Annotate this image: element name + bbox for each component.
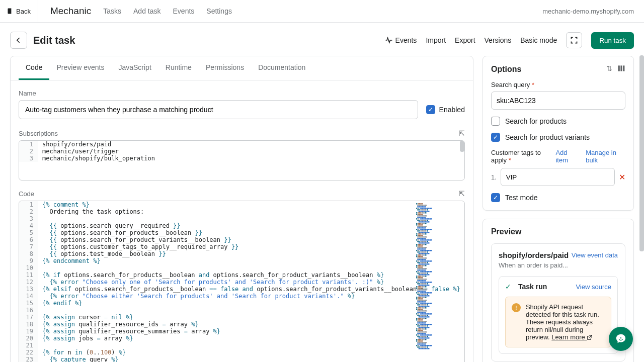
options-title: Options (491, 65, 521, 74)
success-check-icon: ✓ (505, 283, 511, 291)
columns-icon[interactable] (617, 64, 625, 74)
page-title: Edit task (33, 35, 75, 46)
versions-link[interactable]: Versions (485, 36, 512, 44)
enabled-label: Enabled (439, 106, 465, 114)
import-link[interactable]: Import (426, 36, 446, 44)
tab-code[interactable]: Code (19, 56, 49, 80)
options-header: Options ⇅ (491, 64, 625, 74)
subscriptions-header: Subscriptions ⇱ (19, 129, 465, 137)
preview-event: shopify/orders/paid (499, 251, 569, 259)
subscriptions-label: Subscriptions (19, 130, 58, 137)
svg-rect-0 (618, 65, 620, 71)
code-header: Code ⇱ (19, 190, 465, 198)
expand-code-icon[interactable]: ⇱ (459, 190, 465, 198)
options-icons: ⇅ (606, 64, 625, 74)
options-card: Options ⇅ Search query * Search for prod… (482, 56, 634, 211)
topbar: Back Mechanic Tasks Add task Events Sett… (0, 0, 644, 23)
main: Code Preview events JavaScript Runtime P… (0, 56, 644, 362)
back-button[interactable]: Back (0, 0, 38, 22)
basic-mode-link[interactable]: Basic mode (520, 36, 557, 44)
expand-subscriptions-icon[interactable]: ⇱ (459, 129, 465, 137)
view-source-link[interactable]: View source (576, 283, 611, 291)
nav-settings[interactable]: Settings (206, 7, 232, 15)
nav-add-task[interactable]: Add task (133, 7, 160, 15)
task-run-box: ✓ Task run View source ! Shopify API req… (499, 276, 618, 354)
external-link-icon (587, 334, 593, 340)
run-task-button[interactable]: Run task (591, 32, 634, 49)
events-link[interactable]: Events (385, 36, 417, 44)
code-editor[interactable]: 1{% comment %}2 Ordering the task option… (19, 201, 465, 362)
enabled-checkbox-wrap[interactable]: ✓ Enabled (426, 105, 465, 114)
preview-event-row: shopify/orders/paid View event data (499, 251, 618, 259)
nav-tasks[interactable]: Tasks (103, 7, 121, 15)
search-variants-label: Search for product variants (505, 133, 590, 141)
nav-events[interactable]: Events (173, 7, 195, 15)
back-label: Back (16, 8, 31, 15)
view-event-data-link[interactable]: View event data (572, 251, 618, 259)
arrow-left-icon (15, 36, 23, 44)
tab-javascript[interactable]: JavaScript (111, 56, 158, 80)
svg-rect-1 (620, 65, 622, 71)
search-products-checkbox[interactable] (491, 117, 500, 126)
events-label: Events (395, 36, 417, 44)
chat-bubble[interactable] (609, 327, 633, 351)
page-scrollbar[interactable] (639, 30, 644, 261)
search-variants-checkbox[interactable]: ✓ (491, 133, 500, 142)
api-notice: ! Shopify API request detected for this … (505, 297, 611, 347)
search-query-input[interactable] (491, 92, 625, 110)
back-icon (7, 8, 14, 15)
search-variants-row[interactable]: ✓ Search for product variants (491, 133, 625, 142)
fullscreen-icon (570, 36, 578, 44)
tags-header: Customer tags to apply * Add item Manage… (491, 149, 625, 164)
search-products-row[interactable]: Search for products (491, 117, 625, 126)
svg-point-3 (620, 337, 621, 338)
search-products-label: Search for products (505, 117, 567, 125)
tab-preview-events[interactable]: Preview events (49, 56, 111, 80)
preview-title: Preview (491, 227, 625, 236)
add-item-link[interactable]: Add item (555, 149, 579, 164)
tag-index: 1. (491, 173, 497, 181)
chat-icon (615, 333, 626, 344)
shop-url: mechanic-demo.myshopify.com (542, 8, 634, 15)
manage-bulk-link[interactable]: Manage in bulk (586, 149, 625, 164)
editor-body: Name ✓ Enabled Subscriptions ⇱ 1shopify/… (11, 80, 473, 362)
tags-label: Customer tags to apply * (491, 149, 556, 164)
test-mode-row[interactable]: ✓ Test mode (491, 193, 625, 202)
notice-text: Shopify API request detected for this ta… (526, 303, 605, 341)
task-run-head: ✓ Task run View source (505, 283, 611, 291)
activity-icon (385, 36, 393, 44)
name-label: Name (19, 89, 465, 97)
brand: Mechanic (38, 6, 103, 17)
minimap[interactable]: ██ ████████ ████████████████ ███████████… (416, 203, 461, 362)
right-column: Options ⇅ Search query * Search for prod… (482, 56, 634, 362)
warning-icon: ! (512, 303, 521, 312)
back-arrow-button[interactable] (10, 32, 27, 49)
svg-rect-2 (623, 65, 624, 71)
tag-item-row: 1. ✕ (491, 168, 625, 186)
tag-delete-icon[interactable]: ✕ (619, 172, 625, 182)
name-input[interactable] (19, 100, 418, 119)
sort-icon[interactable]: ⇅ (606, 64, 612, 74)
test-mode-checkbox[interactable]: ✓ (491, 193, 500, 202)
enabled-checkbox[interactable]: ✓ (426, 105, 435, 114)
preview-subtitle: When an order is paid... (499, 261, 618, 269)
export-link[interactable]: Export (455, 36, 475, 44)
subscriptions-scrollbar[interactable] (460, 141, 464, 180)
preview-box: shopify/orders/paid View event data When… (491, 243, 625, 361)
test-mode-label: Test mode (505, 194, 538, 202)
subscriptions-editor[interactable]: 1shopify/orders/paid2mechanic/user/trigg… (19, 140, 465, 180)
task-run-title: Task run (518, 283, 547, 291)
tab-permissions[interactable]: Permissions (199, 56, 251, 80)
code-label: Code (19, 190, 34, 198)
tag-input[interactable] (501, 168, 615, 186)
name-row: ✓ Enabled (19, 100, 465, 119)
fullscreen-button[interactable] (566, 32, 582, 48)
header-actions: Events Import Export Versions Basic mode… (385, 32, 634, 49)
check-icon: ✓ (493, 195, 498, 201)
page-header: Edit task Events Import Export Versions … (0, 23, 644, 56)
task-editor-card: Code Preview events JavaScript Runtime P… (10, 56, 473, 362)
tab-documentation[interactable]: Documentation (251, 56, 312, 80)
learn-more-link[interactable]: Learn more (551, 333, 593, 341)
search-query-label: Search query * (491, 81, 625, 88)
tab-runtime[interactable]: Runtime (158, 56, 199, 80)
